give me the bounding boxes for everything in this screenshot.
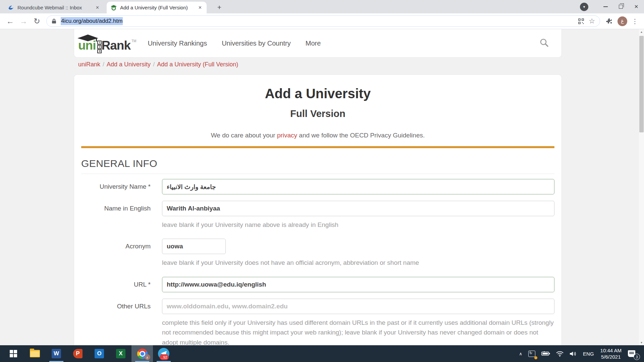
acronym-help: leave blank if your University does not … bbox=[162, 258, 554, 267]
unirank-logo[interactable]: uni 1 2 3 Rank TM bbox=[78, 34, 136, 53]
tray-app-button[interactable] bbox=[525, 345, 538, 362]
url-label: URL * bbox=[81, 277, 162, 292]
form-row-acronym: Acronym leave blank if your University d… bbox=[81, 239, 554, 267]
orange-divider bbox=[81, 146, 554, 148]
form-card: Add a University Full Version We do care… bbox=[74, 74, 562, 345]
tab-close-icon[interactable]: ✕ bbox=[94, 4, 101, 11]
page-title: Add a University bbox=[81, 86, 554, 101]
logo-rank-text: Rank bbox=[101, 39, 130, 53]
telegram-badge: ..92 bbox=[160, 354, 169, 360]
form-row-university-name: University Name * bbox=[81, 179, 554, 194]
tab-roundcube[interactable]: Roundcube Webmail :: Inbox ✕ bbox=[4, 2, 104, 13]
lock-icon bbox=[52, 18, 56, 24]
tray-chevron-icon[interactable]: ∧ bbox=[516, 345, 526, 362]
folder-icon bbox=[30, 350, 40, 357]
system-tray: ∧ ENG 10:44 AM 5/6/2021 3 bbox=[516, 345, 644, 362]
scroll-down-icon[interactable]: ▼ bbox=[639, 340, 644, 345]
privacy-line: We do care about your privacy and we fol… bbox=[81, 132, 554, 139]
chrome-button[interactable]: غ bbox=[131, 345, 153, 362]
nav-universities-by-country[interactable]: Universities by Country bbox=[222, 40, 291, 47]
forward-button[interactable]: → bbox=[17, 15, 30, 27]
url-input[interactable] bbox=[162, 277, 554, 292]
acronym-input[interactable] bbox=[162, 239, 226, 254]
page-viewport: uni 1 2 3 Rank TM University Rankings Un… bbox=[0, 29, 644, 345]
nav-more[interactable]: More bbox=[306, 40, 321, 47]
excel-icon: X bbox=[116, 349, 125, 358]
breadcrumb-unirank[interactable]: uniRank bbox=[78, 61, 100, 68]
minimize-icon bbox=[603, 6, 608, 7]
wifi-icon bbox=[556, 351, 564, 357]
name-in-english-help: leave blank if your University name abov… bbox=[162, 220, 554, 230]
scrollbar-thumb[interactable] bbox=[639, 36, 644, 132]
page-scrollbar[interactable]: ▲ ▼ bbox=[638, 29, 644, 345]
url-text[interactable]: 4icu.org/about/add2.htm bbox=[61, 17, 123, 25]
profile-avatar[interactable]: غ bbox=[618, 16, 627, 26]
screen: Roundcube Webmail :: Inbox ✕ Add a Unive… bbox=[0, 0, 644, 362]
other-urls-label: Other URLs bbox=[81, 299, 162, 345]
clock[interactable]: 10:44 AM 5/6/2021 bbox=[597, 347, 625, 360]
extensions-puzzle-icon[interactable] bbox=[603, 15, 615, 27]
volume-button[interactable] bbox=[567, 345, 580, 362]
file-explorer-button[interactable] bbox=[24, 345, 46, 362]
breadcrumb: uniRank/Add a University/Add a Universit… bbox=[78, 61, 238, 68]
other-urls-help: complete this field only if your Univers… bbox=[162, 318, 554, 345]
site-header: uni 1 2 3 Rank TM University Rankings Un… bbox=[74, 29, 562, 58]
browser-tabstrip: Roundcube Webmail :: Inbox ✕ Add a Unive… bbox=[0, 0, 644, 13]
action-center-button[interactable]: 3 bbox=[625, 345, 641, 362]
new-tab-button[interactable]: + bbox=[215, 3, 224, 12]
university-name-input[interactable] bbox=[162, 179, 554, 194]
notification-badge: 3 bbox=[634, 354, 640, 360]
tab-title: Add a University (Full Version) bbox=[120, 5, 197, 10]
tab-title: Roundcube Webmail :: Inbox bbox=[17, 5, 94, 10]
browser-update-icon[interactable]: ▾ bbox=[580, 3, 588, 11]
reload-button[interactable]: ↻ bbox=[30, 15, 44, 27]
university-name-label: University Name * bbox=[81, 179, 162, 194]
maximize-button[interactable] bbox=[613, 0, 629, 13]
page-subtitle: Full Version bbox=[81, 108, 554, 119]
tab-add-university[interactable]: Add a University (Full Version) ✕ bbox=[107, 2, 207, 13]
volume-icon bbox=[570, 351, 577, 357]
name-in-english-label: Name in English bbox=[81, 201, 162, 230]
maximize-icon bbox=[619, 5, 623, 9]
breadcrumb-current[interactable]: Add a University (Full Version) bbox=[157, 61, 238, 68]
battery-button[interactable] bbox=[538, 345, 553, 362]
roundcube-favicon bbox=[8, 5, 14, 11]
powerpoint-button[interactable]: P bbox=[67, 345, 89, 362]
minimize-button[interactable] bbox=[598, 0, 613, 13]
window-controls: ▾ ✕ bbox=[580, 0, 644, 13]
section-divider bbox=[81, 174, 554, 174]
tab-close-icon[interactable]: ✕ bbox=[197, 4, 203, 11]
tray-app-status-dot bbox=[534, 356, 537, 359]
bookmark-star-icon[interactable]: ☆ bbox=[589, 17, 595, 25]
form-row-other-urls: Other URLs complete this field only if y… bbox=[81, 299, 554, 345]
outlook-button[interactable]: O bbox=[89, 345, 110, 362]
close-button[interactable]: ✕ bbox=[629, 0, 644, 13]
privacy-link[interactable]: privacy bbox=[277, 132, 297, 139]
tray-app-icon bbox=[528, 351, 535, 357]
language-indicator[interactable]: ENG bbox=[580, 345, 597, 362]
site-search-icon[interactable] bbox=[539, 38, 549, 49]
nav-university-rankings[interactable]: University Rankings bbox=[148, 40, 207, 47]
wifi-button[interactable] bbox=[553, 345, 567, 362]
scroll-up-icon[interactable]: ▲ bbox=[639, 29, 644, 35]
battery-icon bbox=[541, 351, 550, 356]
breadcrumb-add-university[interactable]: Add a University bbox=[107, 61, 151, 68]
other-urls-input[interactable] bbox=[162, 299, 554, 314]
name-in-english-input[interactable] bbox=[162, 201, 554, 216]
browser-menu-icon[interactable]: ⋮ bbox=[629, 15, 641, 27]
start-button[interactable] bbox=[3, 345, 24, 362]
outlook-icon: O bbox=[95, 349, 104, 358]
section-title: GENERAL INFO bbox=[81, 158, 554, 169]
excel-button[interactable]: X bbox=[110, 345, 131, 362]
telegram-icon: ..92 bbox=[158, 348, 169, 359]
toolbar-right: غ ⋮ bbox=[603, 15, 641, 27]
qr-code-icon[interactable] bbox=[578, 18, 584, 24]
windows-start-icon bbox=[10, 350, 17, 357]
taskbar: W P O X غ ..92 ∧ bbox=[0, 345, 644, 362]
address-bar[interactable]: 4icu.org/about/add2.htm ☆ bbox=[46, 15, 600, 27]
back-button[interactable]: ← bbox=[3, 15, 17, 27]
telegram-button[interactable]: ..92 bbox=[153, 345, 174, 362]
tray-time: 10:44 AM bbox=[600, 347, 622, 354]
graduation-cap-icon bbox=[77, 35, 98, 43]
word-button[interactable]: W bbox=[46, 345, 67, 362]
